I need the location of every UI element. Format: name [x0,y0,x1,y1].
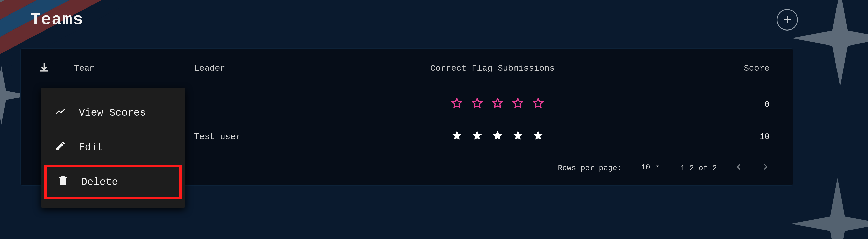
col-leader[interactable]: Leader [184,49,340,88]
menu-item-edit[interactable]: Edit [41,130,185,165]
plus-icon [782,14,793,26]
score-cell: 10 [655,121,793,153]
menu-item-label: Delete [81,176,118,188]
menu-item-label: View Scores [79,107,146,119]
menu-item-label: Edit [79,142,103,153]
svg-marker-2 [792,178,868,239]
chevron-down-icon [654,163,661,172]
svg-marker-0 [792,0,868,86]
menu-item-delete[interactable]: Delete [44,165,182,199]
col-score[interactable]: Score [655,49,793,88]
decorative-star-icon [792,178,868,239]
star-rating [451,130,544,141]
leader-cell [184,88,340,121]
prev-page-button[interactable] [735,162,743,173]
score-cell: 0 [655,88,793,121]
decorative-star-icon [792,0,868,86]
col-flags[interactable]: Correct Flag Submissions [340,49,655,88]
page-title: Teams [30,10,83,29]
table-header-row: Team Leader Correct Flag Submissions Sco… [21,49,793,88]
trash-icon [57,175,69,189]
add-team-button[interactable] [777,9,798,31]
pagination-range: 1-2 of 2 [680,164,717,172]
rows-per-page-label: Rows per page: [558,164,622,172]
flags-cell [340,121,655,153]
download-icon[interactable] [38,66,50,76]
pencil-icon [55,140,66,155]
next-page-button[interactable] [761,162,770,173]
flags-cell [340,88,655,121]
leader-cell: Test user [184,121,340,153]
star-rating [451,98,544,109]
chevron-right-icon [761,165,770,173]
rows-per-page-value: 10 [641,163,650,172]
rows-per-page-select[interactable]: 10 [640,162,662,174]
chevron-left-icon [735,165,743,173]
row-context-menu: View ScoresEditDelete [41,88,185,208]
menu-item-view-scores[interactable]: View Scores [41,96,185,130]
col-team[interactable]: Team [64,49,184,88]
trend-icon [55,106,66,120]
